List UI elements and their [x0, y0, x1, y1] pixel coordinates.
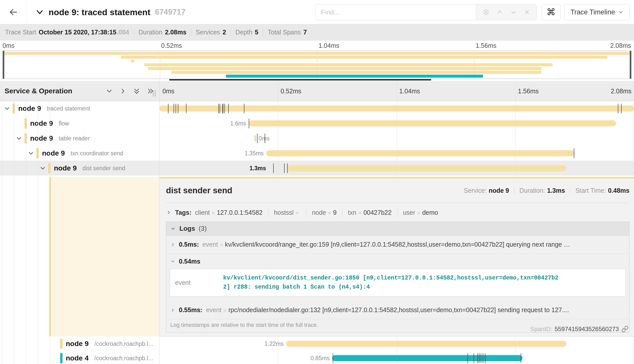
span-track[interactable]: 0.85ms: [159, 351, 634, 364]
axis-tick-3: 1.56ms: [518, 88, 539, 95]
span-duration-bar[interactable]: [266, 150, 574, 156]
trace-duration: Duration2.08ms: [139, 29, 186, 36]
span-track[interactable]: 1.35ms: [159, 146, 634, 161]
expand-one-icon[interactable]: [119, 87, 127, 95]
span-color-bar: [25, 118, 27, 129]
span-duration-bar[interactable]: [332, 355, 522, 361]
minimap-tick-4: 2.08ms: [610, 42, 631, 49]
trace-summary-bar: Trace Start October 15 2020, 17:38:15.08…: [0, 24, 634, 40]
span-service: node 9: [42, 149, 65, 157]
view-dropdown-label: Trace Timeline: [570, 8, 615, 16]
span-row-flow[interactable]: node 9 flow 1.6ms: [0, 116, 634, 131]
trace-id: 6749717: [155, 8, 185, 17]
span-duration-label: 1.22ms: [264, 340, 286, 347]
app-header: node 9: traced statement 6749717 ⌘ Trace…: [0, 0, 634, 24]
span-row-table-reader[interactable]: node 9 table reader 0ms: [0, 131, 634, 146]
column-resize-grip[interactable]: [153, 90, 156, 97]
span-duration-bar[interactable]: [286, 341, 566, 347]
minimap-span-bar: [226, 75, 483, 78]
logs-header[interactable]: Logs (3): [166, 222, 629, 235]
span-color-bar: [36, 148, 39, 158]
chevron-down-icon[interactable]: [4, 105, 11, 112]
link-icon[interactable]: [621, 326, 628, 333]
chevron-right-icon: [166, 210, 172, 215]
span-color-bar: [25, 133, 27, 143]
span-duration-bar[interactable]: [249, 120, 616, 126]
trace-total-spans: Total Spans7: [268, 29, 307, 36]
chevron-down-icon[interactable]: [39, 165, 46, 172]
trace-depth: Depth5: [236, 29, 259, 36]
minimap-right-handle[interactable]: [630, 51, 631, 79]
page-title: node 9: traced statement: [49, 7, 150, 17]
span-duration-label: 0ms: [259, 135, 269, 142]
trace-minimap[interactable]: 0ms 0.52ms 1.04ms 1.56ms 2.08ms: [0, 40, 634, 81]
minimap-span-bar: [144, 63, 553, 66]
span-operation: flow: [59, 120, 69, 127]
collapse-trace-chevron-icon[interactable]: [35, 8, 44, 16]
span-duration-bar[interactable]: [254, 135, 256, 141]
span-row-dist-sender-send[interactable]: node 9 dist sender send 1.3ms: [0, 161, 634, 176]
find-prev-icon[interactable]: [496, 8, 503, 16]
trace-start: Trace Start October 15 2020, 17:38:15.08…: [5, 29, 129, 36]
span-track[interactable]: [159, 101, 634, 116]
span-track[interactable]: 1.22ms: [159, 336, 634, 351]
span-operation: /cockroach.roachpb.I...: [94, 355, 153, 361]
span-row-txn-coordinator-send[interactable]: node 9 txn coordinator send 1.35ms: [0, 146, 634, 161]
span-color-bar: [13, 103, 15, 114]
chevron-right-icon: [170, 308, 175, 313]
chevron-down-icon[interactable]: [15, 135, 23, 142]
view-dropdown-button[interactable]: Trace Timeline: [564, 4, 630, 20]
chevron-down-icon: [170, 259, 175, 264]
minimap-scrub-bar[interactable]: [169, 79, 431, 80]
chevron-right-icon: [170, 242, 175, 247]
service-operation-title: Service & Operation: [5, 87, 72, 95]
span-duration-bar[interactable]: [287, 165, 566, 171]
axis-tick-0: 0ms: [162, 88, 174, 95]
span-color-bar: [60, 353, 62, 363]
span-operation: /cockroach.roachpb.I...: [94, 340, 153, 347]
span-track[interactable]: 1.3ms: [159, 161, 634, 176]
span-track[interactable]: 1.6ms: [159, 116, 634, 131]
span-duration-label: 1.35ms: [245, 150, 266, 157]
find-clear-icon[interactable]: [523, 9, 531, 16]
axis-tick-4: 2.08ms: [611, 88, 631, 95]
find-box: [315, 4, 537, 20]
log-entry-1[interactable]: 0.5ms: event=kv/kvclient/kvcoord/range_i…: [166, 235, 629, 254]
minimap-tick-3: 1.56ms: [476, 42, 496, 49]
span-operation: traced statement: [47, 105, 90, 112]
minimap-canvas[interactable]: [3, 51, 631, 79]
minimap-left-handle[interactable]: [3, 51, 4, 79]
span-track[interactable]: 0ms: [159, 131, 634, 146]
find-input[interactable]: [315, 4, 476, 20]
find-next-icon[interactable]: [510, 8, 517, 16]
timeline-header-row: Service & Operation 0ms 0.52ms 1.04ms 1.…: [0, 81, 634, 101]
keyboard-shortcuts-button[interactable]: ⌘: [542, 4, 560, 20]
span-operation: dist sender send: [82, 165, 125, 172]
tag: user=demo: [403, 209, 438, 216]
span-row-traced-statement[interactable]: node 9 traced statement: [0, 101, 634, 116]
back-button[interactable]: [0, 0, 27, 24]
minimap-span-bar: [121, 56, 607, 59]
collapse-one-icon[interactable]: [105, 87, 113, 95]
axis-tick-2: 1.04ms: [399, 88, 420, 95]
span-row-node9-batch[interactable]: node 9 /cockroach.roachpb.I... 1.22ms: [0, 336, 634, 351]
command-icon: ⌘: [546, 7, 556, 17]
tag: hostssl=: [274, 209, 301, 216]
span-duration-bar[interactable]: [159, 105, 634, 112]
span-rows: node 9 traced statement node 9 flow 1.6m…: [0, 101, 634, 176]
axis-tick-1: 0.52ms: [281, 88, 301, 95]
collapse-all-icon[interactable]: [133, 87, 141, 95]
span-duration-label: 0.85ms: [310, 355, 332, 361]
span-row-node4-batch[interactable]: node 4 /cockroach.roachpb.I... 0.85ms: [0, 351, 634, 364]
span-duration-label: 1.6ms: [230, 120, 249, 127]
log-entry-3[interactable]: 0.55ms: event=rpc/nodedialer/nodedialer.…: [166, 301, 629, 319]
locate-icon[interactable]: [482, 8, 490, 16]
log-entry-2[interactable]: 0.54ms: [166, 254, 629, 269]
tags-row[interactable]: Tags: client=127.0.0.1:54582 hostssl= no…: [166, 206, 629, 219]
span-color-bar: [48, 163, 51, 173]
chevron-down-icon[interactable]: [27, 150, 34, 157]
minimap-tick-1: 0.52ms: [161, 42, 182, 49]
span-duration-label: 1.3ms: [249, 165, 268, 172]
column-divider[interactable]: [159, 81, 159, 364]
span-operation: table reader: [59, 135, 90, 142]
